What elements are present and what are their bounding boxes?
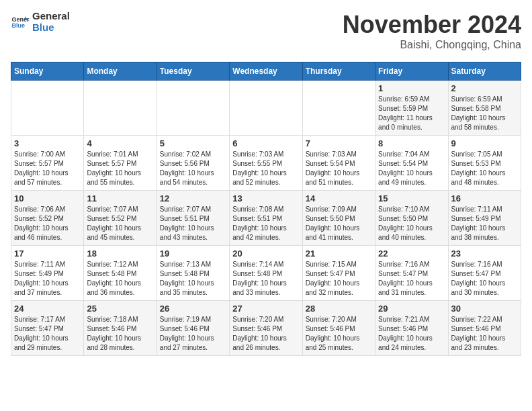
day-number: 25 [87, 304, 153, 314]
day-number: 13 [232, 193, 299, 203]
calendar-cell: 13Sunrise: 7:08 AM Sunset: 5:51 PM Dayli… [230, 191, 302, 246]
day-info: Sunrise: 7:03 AM Sunset: 5:54 PM Dayligh… [306, 150, 372, 187]
calendar-cell: 17Sunrise: 7:11 AM Sunset: 5:49 PM Dayli… [11, 246, 84, 301]
day-number: 30 [451, 304, 518, 314]
location: Baishi, Chongqing, China [343, 39, 521, 51]
calendar-cell: 15Sunrise: 7:10 AM Sunset: 5:50 PM Dayli… [375, 191, 448, 246]
day-info: Sunrise: 7:11 AM Sunset: 5:49 PM Dayligh… [14, 260, 81, 298]
calendar-week-1: 3Sunrise: 7:00 AM Sunset: 5:57 PM Daylig… [11, 136, 521, 191]
month-title: November 2024 [343, 11, 521, 39]
calendar-table: Sunday Monday Tuesday Wednesday Thursday… [11, 62, 521, 356]
day-info: Sunrise: 7:05 AM Sunset: 5:53 PM Dayligh… [451, 150, 518, 187]
day-info: Sunrise: 7:15 AM Sunset: 5:47 PM Dayligh… [306, 260, 372, 298]
calendar-cell [302, 81, 375, 136]
day-info: Sunrise: 7:00 AM Sunset: 5:57 PM Dayligh… [14, 150, 81, 187]
day-number: 10 [14, 193, 81, 203]
calendar-cell: 10Sunrise: 7:06 AM Sunset: 5:52 PM Dayli… [11, 191, 84, 246]
calendar-header: Sunday Monday Tuesday Wednesday Thursday… [11, 62, 521, 81]
day-info: Sunrise: 6:59 AM Sunset: 5:58 PM Dayligh… [451, 95, 518, 132]
calendar-cell: 28Sunrise: 7:20 AM Sunset: 5:46 PM Dayli… [302, 301, 375, 356]
day-number: 21 [306, 248, 372, 259]
day-number: 26 [160, 304, 226, 314]
col-monday: Monday [84, 62, 157, 81]
logo-line2: Blue [32, 22, 70, 34]
calendar-week-4: 24Sunrise: 7:17 AM Sunset: 5:47 PM Dayli… [11, 301, 521, 356]
calendar-cell: 22Sunrise: 7:16 AM Sunset: 5:47 PM Dayli… [375, 246, 448, 301]
calendar-cell: 29Sunrise: 7:21 AM Sunset: 5:46 PM Dayli… [375, 301, 448, 356]
day-info: Sunrise: 7:09 AM Sunset: 5:50 PM Dayligh… [306, 205, 372, 242]
logo-icon: General Blue [11, 13, 30, 32]
header-row: Sunday Monday Tuesday Wednesday Thursday… [11, 62, 521, 81]
day-info: Sunrise: 7:02 AM Sunset: 5:56 PM Dayligh… [160, 150, 226, 187]
calendar-cell: 9Sunrise: 7:05 AM Sunset: 5:53 PM Daylig… [448, 136, 521, 191]
day-number: 27 [232, 304, 299, 314]
calendar-cell: 26Sunrise: 7:19 AM Sunset: 5:46 PM Dayli… [157, 301, 229, 356]
col-thursday: Thursday [302, 62, 375, 81]
day-number: 6 [232, 138, 299, 148]
day-number: 9 [451, 138, 518, 148]
svg-text:Blue: Blue [11, 22, 25, 29]
day-number: 22 [378, 248, 445, 259]
calendar-cell: 3Sunrise: 7:00 AM Sunset: 5:57 PM Daylig… [11, 136, 84, 191]
day-number: 4 [87, 138, 153, 148]
day-info: Sunrise: 7:11 AM Sunset: 5:49 PM Dayligh… [451, 205, 518, 242]
col-wednesday: Wednesday [230, 62, 302, 81]
calendar-body: 1Sunrise: 6:59 AM Sunset: 5:59 PM Daylig… [11, 81, 521, 356]
day-info: Sunrise: 7:18 AM Sunset: 5:46 PM Dayligh… [87, 315, 153, 353]
day-number: 5 [160, 138, 226, 148]
day-info: Sunrise: 7:16 AM Sunset: 5:47 PM Dayligh… [378, 260, 445, 298]
day-number: 1 [378, 83, 445, 93]
calendar-cell: 19Sunrise: 7:13 AM Sunset: 5:48 PM Dayli… [157, 246, 229, 301]
calendar-cell [157, 81, 229, 136]
day-number: 29 [378, 304, 445, 314]
day-number: 18 [87, 248, 153, 259]
calendar-cell: 25Sunrise: 7:18 AM Sunset: 5:46 PM Dayli… [84, 301, 157, 356]
day-info: Sunrise: 7:08 AM Sunset: 5:51 PM Dayligh… [232, 205, 299, 242]
calendar-cell: 11Sunrise: 7:07 AM Sunset: 5:52 PM Dayli… [84, 191, 157, 246]
calendar-week-3: 17Sunrise: 7:11 AM Sunset: 5:49 PM Dayli… [11, 246, 521, 301]
day-info: Sunrise: 7:16 AM Sunset: 5:47 PM Dayligh… [451, 260, 518, 298]
day-number: 11 [87, 193, 153, 203]
logo-line1: General [32, 11, 70, 22]
day-number: 28 [306, 304, 372, 314]
day-info: Sunrise: 7:20 AM Sunset: 5:46 PM Dayligh… [232, 315, 299, 353]
logo: General Blue General Blue [11, 11, 70, 33]
calendar-week-2: 10Sunrise: 7:06 AM Sunset: 5:52 PM Dayli… [11, 191, 521, 246]
calendar-cell: 27Sunrise: 7:20 AM Sunset: 5:46 PM Dayli… [230, 301, 302, 356]
calendar-cell: 18Sunrise: 7:12 AM Sunset: 5:48 PM Dayli… [84, 246, 157, 301]
day-number: 7 [306, 138, 372, 148]
day-info: Sunrise: 7:03 AM Sunset: 5:55 PM Dayligh… [232, 150, 299, 187]
calendar-cell: 2Sunrise: 6:59 AM Sunset: 5:58 PM Daylig… [448, 81, 521, 136]
day-info: Sunrise: 7:21 AM Sunset: 5:46 PM Dayligh… [378, 315, 445, 353]
day-number: 19 [160, 248, 226, 259]
calendar-cell: 7Sunrise: 7:03 AM Sunset: 5:54 PM Daylig… [302, 136, 375, 191]
calendar-cell: 8Sunrise: 7:04 AM Sunset: 5:54 PM Daylig… [375, 136, 448, 191]
calendar-cell [230, 81, 302, 136]
calendar-cell: 21Sunrise: 7:15 AM Sunset: 5:47 PM Dayli… [302, 246, 375, 301]
day-info: Sunrise: 7:01 AM Sunset: 5:57 PM Dayligh… [87, 150, 153, 187]
day-info: Sunrise: 7:19 AM Sunset: 5:46 PM Dayligh… [160, 315, 226, 353]
day-number: 8 [378, 138, 445, 148]
day-number: 24 [14, 304, 81, 314]
calendar-cell: 16Sunrise: 7:11 AM Sunset: 5:49 PM Dayli… [448, 191, 521, 246]
calendar-cell [84, 81, 157, 136]
day-info: Sunrise: 7:13 AM Sunset: 5:48 PM Dayligh… [160, 260, 226, 298]
day-info: Sunrise: 7:14 AM Sunset: 5:48 PM Dayligh… [232, 260, 299, 298]
calendar-cell: 23Sunrise: 7:16 AM Sunset: 5:47 PM Dayli… [448, 246, 521, 301]
day-number: 3 [14, 138, 81, 148]
day-number: 16 [451, 193, 518, 203]
day-info: Sunrise: 7:10 AM Sunset: 5:50 PM Dayligh… [378, 205, 445, 242]
day-number: 14 [306, 193, 372, 203]
calendar-cell: 6Sunrise: 7:03 AM Sunset: 5:55 PM Daylig… [230, 136, 302, 191]
day-info: Sunrise: 7:07 AM Sunset: 5:52 PM Dayligh… [87, 205, 153, 242]
col-friday: Friday [375, 62, 448, 81]
day-info: Sunrise: 7:07 AM Sunset: 5:51 PM Dayligh… [160, 205, 226, 242]
col-tuesday: Tuesday [157, 62, 229, 81]
page-header: General Blue General Blue November 2024 … [11, 11, 521, 51]
day-number: 23 [451, 248, 518, 259]
col-saturday: Saturday [448, 62, 521, 81]
calendar-cell: 4Sunrise: 7:01 AM Sunset: 5:57 PM Daylig… [84, 136, 157, 191]
col-sunday: Sunday [11, 62, 84, 81]
calendar-cell: 5Sunrise: 7:02 AM Sunset: 5:56 PM Daylig… [157, 136, 229, 191]
day-number: 15 [378, 193, 445, 203]
